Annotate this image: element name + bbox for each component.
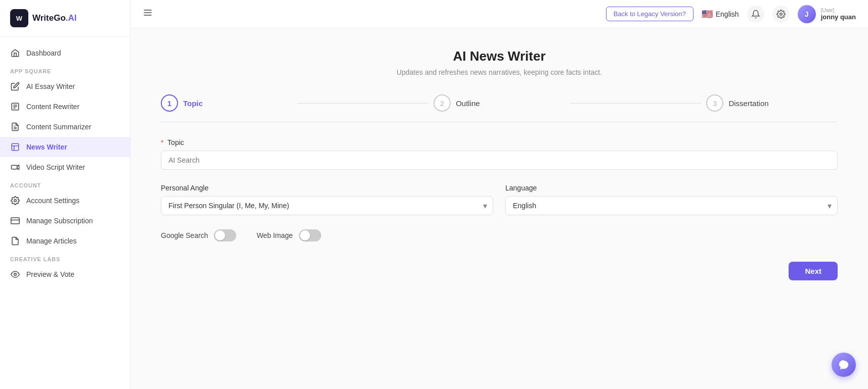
logo-icon: W xyxy=(10,9,28,27)
language-select[interactable]: English Spanish French German Chinese xyxy=(505,196,838,215)
next-button-container: Next xyxy=(161,258,838,280)
sidebar-item-video-script-writer[interactable]: Video Script Writer xyxy=(0,157,130,177)
personal-angle-col: Personal Angle First Person Singular (I,… xyxy=(161,184,493,215)
sidebar-item-ai-essay-writer[interactable]: AI Essay Writer xyxy=(0,76,130,96)
sidebar-item-preview-vote[interactable]: Preview & Vote xyxy=(0,264,130,284)
language-field-label: Language xyxy=(505,184,838,192)
language-wrapper: English Spanish French German Chinese ▾ xyxy=(505,196,838,215)
user-info: [User] jonny quan xyxy=(821,8,856,21)
sidebar-item-manage-subscription-label: Manage Subscription xyxy=(26,217,93,225)
step-1-label: Topic xyxy=(183,99,203,108)
news-icon xyxy=(10,142,20,152)
section-label-app-square: APP SQUARE xyxy=(0,63,130,76)
sidebar-item-manage-articles[interactable]: Manage Articles xyxy=(0,231,130,251)
personal-angle-label: Personal Angle xyxy=(161,184,493,192)
header: Back to Legacy Version? 🇺🇸 English J [Us… xyxy=(131,0,868,28)
topic-input[interactable] xyxy=(161,151,838,170)
angle-language-row: Personal Angle First Person Singular (I,… xyxy=(161,184,838,215)
section-label-account: ACCOUNT xyxy=(0,177,130,190)
sidebar-item-dashboard[interactable]: Dashboard xyxy=(0,43,130,63)
settings-button[interactable] xyxy=(772,6,790,23)
svg-point-12 xyxy=(779,13,782,15)
home-icon xyxy=(10,48,20,58)
step-1: 1 Topic xyxy=(161,94,292,112)
main-area: Back to Legacy Version? 🇺🇸 English J [Us… xyxy=(131,0,868,389)
svg-rect-6 xyxy=(11,218,20,224)
sidebar-item-ai-essay-writer-label: AI Essay Writer xyxy=(26,82,75,90)
step-2-label: Outline xyxy=(456,99,480,108)
topic-label: * Topic xyxy=(161,138,838,147)
required-marker: * xyxy=(161,138,163,147)
credit-card-icon xyxy=(10,216,20,226)
video-icon xyxy=(10,162,20,172)
articles-icon xyxy=(10,236,20,246)
sidebar-item-manage-articles-label: Manage Articles xyxy=(26,237,77,245)
document-icon xyxy=(10,102,20,112)
web-image-toggle-item: Web Image xyxy=(256,229,321,241)
sidebar-item-content-rewriter[interactable]: Content Rewriter xyxy=(0,96,130,117)
step-3-label: Dissertation xyxy=(728,99,768,108)
section-label-creative-labs: CREATIVE LABS xyxy=(0,251,130,264)
sidebar-item-account-settings-label: Account Settings xyxy=(26,197,79,205)
sidebar-nav: Dashboard APP SQUARE AI Essay Writer Con… xyxy=(0,37,130,389)
avatar: J xyxy=(798,5,816,23)
web-image-toggle-knob xyxy=(300,230,310,240)
toggles-row: Google Search Web Image xyxy=(161,229,838,241)
sidebar-item-content-summarizer[interactable]: Content Summarizer xyxy=(0,117,130,137)
sidebar: W WriteGo.AI Dashboard APP SQUARE AI Ess… xyxy=(0,0,131,389)
svg-point-5 xyxy=(14,200,17,202)
google-search-label: Google Search xyxy=(161,231,208,239)
step-2: 2 Outline xyxy=(433,94,565,112)
sidebar-item-account-settings[interactable]: Account Settings xyxy=(0,190,130,211)
sidebar-item-dashboard-label: Dashboard xyxy=(26,49,61,57)
step-line-1 xyxy=(297,103,429,104)
google-search-toggle-item: Google Search xyxy=(161,229,236,241)
back-legacy-button[interactable]: Back to Legacy Version? xyxy=(606,7,693,21)
language-col: Language English Spanish French German C… xyxy=(505,184,838,215)
sidebar-item-content-rewriter-label: Content Rewriter xyxy=(26,103,79,111)
sidebar-item-video-script-writer-label: Video Script Writer xyxy=(26,163,85,171)
sidebar-item-preview-vote-label: Preview & Vote xyxy=(26,270,74,278)
user-name: jonny quan xyxy=(821,13,856,21)
pencil-icon xyxy=(10,81,20,91)
menu-icon[interactable] xyxy=(143,8,153,20)
web-image-label: Web Image xyxy=(256,231,292,239)
topic-form-group: * Topic xyxy=(161,138,838,170)
web-image-toggle[interactable] xyxy=(299,229,321,241)
language-label: English xyxy=(716,10,739,18)
language-selector[interactable]: 🇺🇸 English xyxy=(702,9,739,20)
user-profile[interactable]: J [User] jonny quan xyxy=(798,5,856,23)
flag-icon: 🇺🇸 xyxy=(702,9,713,20)
sidebar-item-manage-subscription[interactable]: Manage Subscription xyxy=(0,211,130,231)
step-3-circle: 3 xyxy=(706,94,723,112)
svg-rect-4 xyxy=(12,165,17,169)
summary-icon xyxy=(10,122,20,132)
personal-angle-select[interactable]: First Person Singular (I, Me, My, Mine) … xyxy=(161,196,493,215)
logo-suffix: .AI xyxy=(66,13,77,23)
personal-angle-wrapper: First Person Singular (I, Me, My, Mine) … xyxy=(161,196,493,215)
chat-bubble[interactable] xyxy=(832,353,856,377)
svg-rect-3 xyxy=(12,143,19,151)
step-line-2 xyxy=(570,103,702,104)
step-1-circle: 1 xyxy=(161,94,178,112)
google-search-toggle[interactable] xyxy=(214,229,236,241)
page-subtitle: Updates and refreshes news narratives, k… xyxy=(161,68,838,76)
logo-text: WriteGo.AI xyxy=(32,13,77,23)
sidebar-item-content-summarizer-label: Content Summarizer xyxy=(26,123,91,131)
notifications-button[interactable] xyxy=(747,6,764,23)
content-area: AI News Writer Updates and refreshes new… xyxy=(131,28,868,389)
sidebar-item-news-writer-label: News Writer xyxy=(26,143,67,151)
sidebar-logo: W WriteGo.AI xyxy=(0,0,130,37)
steps-indicator: 1 Topic 2 Outline 3 Dissertation xyxy=(161,94,838,122)
step-3: 3 Dissertation xyxy=(706,94,838,112)
svg-point-8 xyxy=(14,273,17,276)
gear-icon xyxy=(10,196,20,206)
step-2-circle: 2 xyxy=(433,94,451,112)
sidebar-item-news-writer[interactable]: News Writer xyxy=(0,137,130,157)
page-title: AI News Writer xyxy=(161,48,838,64)
eye-icon xyxy=(10,269,20,279)
google-search-toggle-knob xyxy=(215,230,225,240)
user-role-label: [User] xyxy=(821,8,856,13)
next-button[interactable]: Next xyxy=(789,262,838,280)
